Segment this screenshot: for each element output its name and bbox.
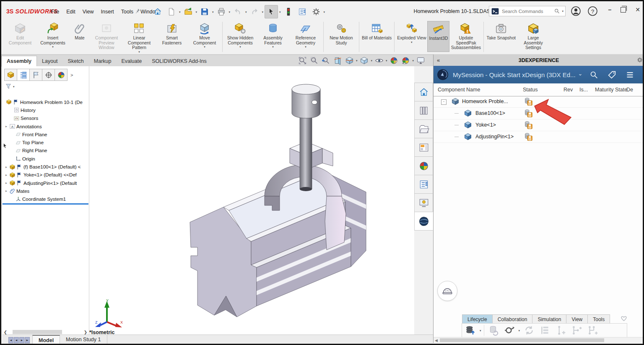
filter-icon[interactable] — [5, 83, 12, 90]
search-caret-icon[interactable]: ▾ — [562, 10, 564, 13]
taskpane-design-library[interactable] — [414, 101, 433, 120]
taskpane-appearances-scenes[interactable] — [414, 156, 433, 175]
collapse-panel-button[interactable]: « — [437, 57, 440, 63]
tab-layout[interactable]: Layout — [37, 56, 63, 67]
fm-expand-chevron[interactable]: > — [70, 73, 73, 78]
collapse-box[interactable]: - — [441, 99, 447, 105]
save-caret-icon[interactable]: ▾ — [212, 10, 214, 13]
assistant-button[interactable] — [437, 281, 457, 301]
column-de[interactable]: De — [626, 87, 633, 93]
taskpane-view-palette[interactable] — [414, 138, 433, 157]
dynamic-annotation-button[interactable] — [344, 55, 354, 65]
3dexperience-compass-icon[interactable] — [437, 69, 449, 80]
ribbon-insert-components[interactable]: Insert Components▾ — [36, 21, 69, 52]
pin-menu-icon[interactable] — [135, 8, 140, 14]
menu-insert[interactable]: Insert — [101, 9, 114, 15]
tree-item-front-plane[interactable]: Front Plane — [3, 130, 88, 138]
view-orientation-caret-icon[interactable]: ▾ — [371, 59, 373, 62]
explore-caret-icon[interactable]: ▾ — [519, 329, 520, 332]
column-component-name[interactable]: Component Name — [438, 87, 480, 93]
save-to-3dexperience-caret-icon[interactable]: ▾ — [480, 329, 481, 332]
display-style-button[interactable] — [374, 55, 384, 65]
ribbon-linear-component-pattern[interactable]: Linear Component Pattern▾ — [123, 21, 156, 52]
panel-scroll-thumb[interactable] — [440, 338, 604, 342]
rebuild-button[interactable] — [282, 5, 295, 18]
session-selector[interactable]: MySession - Quick Start xDesign (3DX Ed.… — [453, 71, 576, 78]
scroll-right-icon[interactable]: ❯ — [83, 330, 88, 335]
menu-view[interactable]: View — [83, 9, 94, 15]
tab-evaluate[interactable]: Evaluate — [117, 56, 147, 67]
apply-scene-caret-icon[interactable]: ▾ — [413, 59, 414, 62]
expand-arrow-icon[interactable]: ▸ — [4, 165, 8, 169]
select-caret-icon[interactable]: ▾ — [279, 10, 281, 13]
open-button[interactable] — [182, 5, 195, 18]
tab-assembly[interactable]: Assembly — [1, 56, 37, 67]
column-rev[interactable]: Rev — [564, 87, 573, 93]
ribbon-exploded-view[interactable]: Exploded View▾ — [396, 21, 427, 52]
insert-from-structure-button[interactable] — [570, 324, 584, 336]
dynamic-annotation-caret-icon[interactable]: ▾ — [356, 59, 358, 62]
displaymanager-tab[interactable] — [55, 69, 68, 81]
tree-item-history[interactable]: History — [3, 106, 88, 114]
tree-horizontal-scrollbar[interactable]: ❮ ❯ — [3, 329, 88, 335]
expand-arrow-icon[interactable]: ▸ — [4, 181, 8, 185]
bottom-tab-motion-study-1[interactable]: Motion Study 1 — [60, 335, 107, 345]
open-caret-icon[interactable]: ▾ — [196, 10, 197, 13]
file-properties-button[interactable] — [296, 5, 309, 18]
previous-view-button[interactable] — [321, 55, 331, 65]
tree-item-origin[interactable]: Origin — [3, 155, 88, 163]
close-button[interactable]: ✕ — [635, 6, 640, 13]
section-view-button[interactable] — [332, 55, 343, 65]
tree-item--f-base100-1-default-[interactable]: ▸(f) Base100<1> (Default) < — [3, 163, 88, 171]
tab-sketch[interactable]: Sketch — [63, 56, 89, 67]
tree-item-yoke-1-default-def[interactable]: ▸Yoke<1> (Default) <<Def — [3, 171, 88, 179]
ribbon-reference-geometry[interactable]: Reference Geometry▾ — [289, 21, 322, 52]
ribbon-bill-of-materials[interactable]: Bill of Materials — [361, 21, 393, 52]
ribbon-show-hidden-components[interactable]: Show Hidden Components▾ — [224, 21, 257, 52]
taskpane-home[interactable] — [414, 83, 433, 101]
dimxpertmanager-tab[interactable] — [42, 69, 55, 81]
panel-horizontal-scrollbar[interactable]: ◀ — [434, 337, 644, 343]
redo-button[interactable] — [248, 5, 261, 18]
expand-arrow-icon[interactable]: ▸ — [4, 189, 8, 193]
undo-caret-icon[interactable]: ▾ — [245, 10, 247, 13]
ribbon-mate[interactable]: Mate — [69, 21, 90, 52]
tree-item-adjustingpin-1-default[interactable]: ▸AdjustingPin<1> (Default — [3, 179, 88, 187]
select-button[interactable] — [265, 5, 278, 18]
ribbon-component-preview-window[interactable]: Component Preview Window — [90, 21, 123, 52]
tree-filter[interactable]: ▾ — [5, 83, 15, 90]
save-to-3dexperience-button[interactable] — [464, 324, 477, 336]
tree-item-mates[interactable]: ▸Mates — [3, 187, 88, 195]
tab-solidworks-add-ins[interactable]: SOLIDWORKS Add-Ins — [147, 56, 212, 67]
featuremanager-tab[interactable] — [4, 69, 17, 81]
save-with-options-button[interactable] — [487, 324, 500, 336]
menu-file[interactable]: File — [51, 9, 59, 15]
scroll-left-icon[interactable]: ❮ — [3, 330, 8, 335]
display-style-caret-icon[interactable]: ▾ — [386, 59, 387, 62]
apply-scene-button[interactable] — [401, 55, 411, 65]
tree-item-homework-problem-10-1-de[interactable]: Homework Problem 10-1 (De — [3, 98, 88, 106]
tab-nav-buttons[interactable]: ◄◄►► — [8, 337, 30, 344]
filter-caret-icon[interactable]: ▾ — [13, 85, 15, 88]
view-settings-button[interactable] — [415, 55, 426, 65]
structure-list-button[interactable] — [538, 324, 552, 336]
restore-button[interactable] — [621, 7, 626, 13]
search-commands-box[interactable]: ▾ — [489, 6, 566, 16]
zoom-to-fit-button[interactable] — [297, 55, 307, 65]
tag-icon[interactable] — [608, 70, 616, 79]
tree-item-coordinate-system1[interactable]: Coordinate System1 — [3, 195, 88, 203]
column-maturity-state[interactable]: Maturity State — [595, 87, 627, 93]
expand-arrow-icon[interactable]: ▸ — [4, 173, 8, 177]
status-unsaved-icon[interactable] — [524, 120, 533, 130]
print-caret-icon[interactable]: ▾ — [229, 10, 231, 13]
tree-item-top-plane[interactable]: Top Plane — [3, 138, 88, 146]
zoom-to-area-button[interactable] — [309, 55, 319, 65]
component-row-adjustingpin-1-[interactable]: AdjustingPin<1> — [434, 131, 644, 143]
ribbon-new-motion-study[interactable]: New Motion Study — [325, 21, 358, 52]
panel-scroll-left-icon[interactable]: ◀ — [434, 338, 439, 342]
insert-existing-button[interactable] — [586, 324, 600, 336]
column-status[interactable]: Status — [523, 87, 538, 93]
ribbon-instant3d[interactable]: Instant3D — [427, 21, 449, 52]
taskpane-3dexperience[interactable] — [414, 212, 433, 231]
save-button[interactable] — [198, 5, 211, 18]
